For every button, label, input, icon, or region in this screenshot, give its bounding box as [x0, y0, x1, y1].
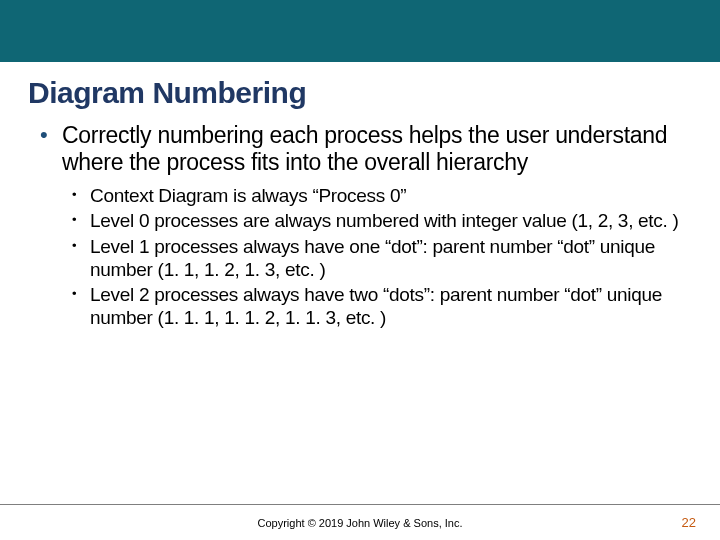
sub-bullet: Level 2 processes always have two “dots”… [62, 283, 688, 329]
sub-bullet: Level 0 processes are always numbered wi… [62, 209, 688, 232]
top-band [0, 0, 720, 62]
slide-content: Correctly numbering each process helps t… [0, 116, 720, 540]
slide: Diagram Numbering Correctly numbering ea… [0, 0, 720, 540]
sub-bullet: Level 1 processes always have one “dot”:… [62, 235, 688, 281]
main-list: Correctly numbering each process helps t… [32, 122, 688, 329]
footer: Copyright © 2019 John Wiley & Sons, Inc.… [0, 504, 720, 540]
sub-bullet: Context Diagram is always “Process 0” [62, 184, 688, 207]
slide-title: Diagram Numbering [0, 62, 720, 116]
main-bullet-text: Correctly numbering each process helps t… [62, 122, 667, 175]
copyright-text: Copyright © 2019 John Wiley & Sons, Inc. [258, 517, 463, 529]
sub-list: Context Diagram is always “Process 0” Le… [62, 184, 688, 329]
main-bullet: Correctly numbering each process helps t… [32, 122, 688, 329]
page-number: 22 [682, 515, 696, 530]
